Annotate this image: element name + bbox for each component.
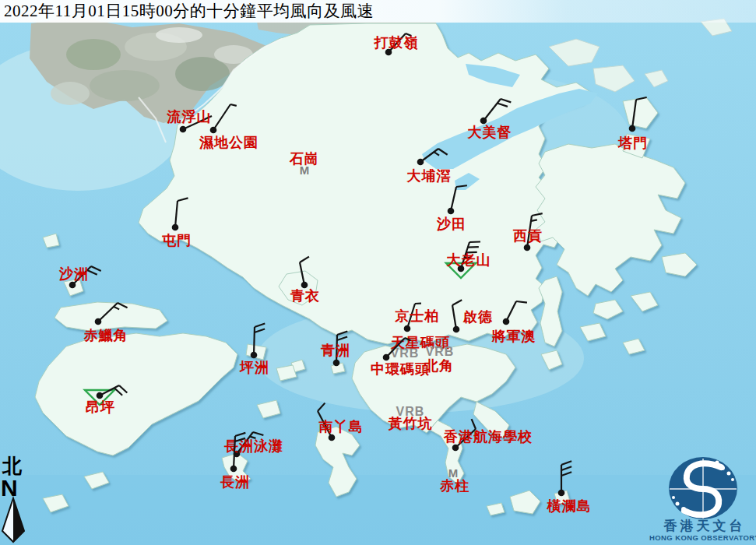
station-label: 將軍澳 (491, 328, 536, 344)
station-dot-icon (172, 224, 179, 231)
map-title: 2022年11月01日15時00分的十分鐘平均風向及風速 (0, 0, 756, 23)
station-dot-icon (210, 127, 217, 134)
station-label: 青衣 (290, 287, 320, 304)
map-canvas: 打鼓嶺流浮山濕地公園M石崗大埔滘大美督塔門屯門沙田西貢大老山沙洲赤鱲角青衣京士柏… (0, 0, 756, 545)
station-dot-icon (251, 352, 258, 359)
station-dot-icon (480, 118, 487, 125)
hko-logo-name-en: HONG KONG OBSERVATORY (649, 533, 756, 542)
station-label: 南丫島 (318, 418, 364, 434)
wind-barb-feather-icon (468, 247, 479, 248)
station-label: 赤柱 (439, 477, 469, 494)
station-dot-icon (448, 208, 455, 215)
station-dot-icon (69, 282, 76, 289)
station-dot-icon (333, 360, 340, 367)
station-label: 大埔滘 (406, 167, 452, 184)
station-label: 濕地公園 (199, 134, 258, 150)
weather-map: 打鼓嶺流浮山濕地公園M石崗大埔滘大美督塔門屯門沙田西貢大老山沙洲赤鱲角青衣京士柏… (0, 0, 756, 545)
station-dot-icon (629, 125, 636, 132)
station-dot-icon (404, 325, 411, 332)
station-label: 屯門 (162, 232, 192, 248)
station-label: 大老山 (446, 251, 491, 268)
station-label: 塔門 (617, 135, 648, 151)
station-dot-icon (558, 490, 565, 497)
station-label: 石崗 (289, 150, 319, 167)
station-label: 長洲 (220, 473, 250, 490)
station-label: 青洲 (320, 342, 350, 358)
station-label: 黃竹坑 (389, 415, 433, 431)
station-dot-icon (180, 126, 187, 133)
station-label: 沙田 (436, 216, 466, 232)
wind-barb-feather-icon (469, 241, 480, 242)
wind-barb-shaft-icon (254, 327, 255, 355)
station-dot-icon (230, 466, 237, 473)
station-dot-icon (417, 159, 424, 166)
station-dot-icon (97, 392, 104, 399)
station-label: 沙洲 (58, 265, 89, 282)
station-label: 大美督 (467, 124, 512, 140)
station-dot-icon (329, 434, 336, 441)
hko-logo-name-zh: 香港天文台 (663, 518, 746, 533)
station-label: 長洲泳灘 (223, 438, 283, 454)
station-label: 西貢 (512, 227, 543, 244)
station-label: 赤鱲角 (83, 327, 128, 343)
variable-wind-text: VRB (426, 345, 455, 358)
station-label: 中環碼頭 (371, 360, 430, 377)
station-dot-icon (503, 318, 510, 325)
station-label: 打鼓嶺 (374, 34, 419, 51)
station-dot-icon (452, 445, 459, 452)
sea-deep-south (0, 475, 756, 545)
station-dot-icon (524, 244, 531, 251)
compass-north-letter: N (1, 475, 18, 501)
station-dot-icon (95, 318, 102, 325)
compass-north-zh: 北 (2, 455, 23, 477)
station-label: 香港航海學校 (443, 428, 533, 445)
station-label: 啟德 (462, 308, 493, 325)
station-dot-icon (453, 326, 460, 333)
station-dot-icon (383, 354, 390, 361)
station-label: 昂坪 (86, 399, 115, 415)
station-label: 坪洲 (239, 359, 269, 375)
station-label: 京士柏 (395, 308, 440, 324)
station-label: 流浮山 (167, 108, 212, 125)
station-label: 橫瀾島 (547, 498, 592, 514)
